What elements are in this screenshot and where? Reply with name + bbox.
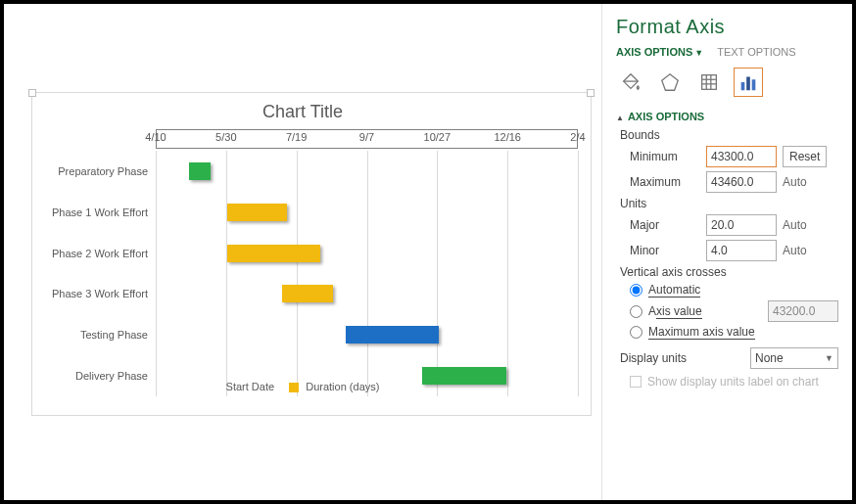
collapse-triangle-icon: ▲ <box>616 114 624 122</box>
gantt-bar[interactable] <box>282 285 333 302</box>
category-row: Phase 3 Work Effort <box>28 274 578 315</box>
category-label: Phase 3 Work Effort <box>28 288 156 299</box>
panel-tabs: AXIS OPTIONS▼ TEXT OPTIONS <box>616 46 838 58</box>
axis-tick: 5/30 <box>215 131 236 143</box>
chart-title[interactable]: Chart Title <box>4 102 601 122</box>
vertical-axis-crosses-label: Vertical axis crosses <box>620 265 838 279</box>
axis-tick: 12/16 <box>494 131 521 143</box>
show-units-label-checkbox: Show display units label on chart <box>630 375 838 389</box>
major-input[interactable] <box>706 214 777 236</box>
svg-rect-7 <box>746 77 750 91</box>
category-label: Testing Phase <box>28 329 156 341</box>
legend-duration-label: Duration (days) <box>306 381 379 392</box>
minimum-label: Minimum <box>630 150 700 163</box>
bounds-label: Bounds <box>620 128 838 142</box>
minor-label: Minor <box>630 244 700 257</box>
radio-axis-value[interactable]: Axis value43200.0 <box>630 300 838 322</box>
size-properties-icon[interactable] <box>694 68 724 97</box>
category-label: Phase 1 Work Effort <box>28 206 156 218</box>
combo-arrow-icon: ▼ <box>825 353 833 363</box>
axis-tick: 2/4 <box>570 131 585 143</box>
category-label: Preparatory Phase <box>28 165 156 177</box>
checkbox-icon <box>630 376 642 388</box>
radio-automatic[interactable]: Automatic <box>630 283 838 298</box>
radio-max-axis-value[interactable]: Maximum axis value <box>630 325 838 340</box>
panel-iconbar <box>616 68 838 97</box>
maximum-auto-label: Auto <box>783 175 818 189</box>
chart-legend[interactable]: Start Date Duration (days) <box>4 381 601 392</box>
svg-rect-1 <box>702 75 717 90</box>
axis-tick: 7/19 <box>286 131 307 143</box>
panel-title: Format Axis <box>616 16 838 38</box>
maximum-input[interactable] <box>706 171 777 193</box>
display-units-combo[interactable]: None▼ <box>750 347 838 369</box>
axis-options-icon[interactable] <box>734 68 763 97</box>
minor-auto-label: Auto <box>783 244 818 257</box>
minor-input[interactable] <box>706 240 777 261</box>
reset-button[interactable]: Reset <box>783 146 827 167</box>
axis-tick-labels: 4/105/307/199/710/2712/162/4 <box>156 131 578 149</box>
gantt-bar[interactable] <box>346 326 439 344</box>
minimum-input[interactable] <box>706 146 777 167</box>
gantt-bar[interactable] <box>189 162 211 180</box>
section-axis-options[interactable]: ▲AXIS OPTIONS <box>616 111 838 122</box>
units-label: Units <box>620 197 838 210</box>
major-label: Major <box>630 218 700 232</box>
category-row: Phase 1 Work Effort <box>28 192 578 233</box>
tab-axis-options[interactable]: AXIS OPTIONS▼ <box>616 46 703 58</box>
legend-swatch-icon <box>289 383 299 392</box>
maximum-label: Maximum <box>630 175 700 189</box>
svg-marker-0 <box>662 74 679 91</box>
fill-icon[interactable] <box>616 68 645 97</box>
category-row: Testing Phase <box>28 314 578 355</box>
category-label: Phase 2 Work Effort <box>28 248 156 259</box>
major-auto-label: Auto <box>783 218 818 232</box>
format-axis-panel: Format Axis AXIS OPTIONS▼ TEXT OPTIONS ▲… <box>601 4 852 500</box>
gantt-bar[interactable] <box>227 204 286 221</box>
tab-text-options[interactable]: TEXT OPTIONS <box>717 46 795 58</box>
axis-value-display: 43200.0 <box>768 300 838 322</box>
dropdown-caret-icon: ▼ <box>694 48 703 58</box>
category-row: Preparatory Phase <box>28 151 578 192</box>
gridline <box>578 151 579 396</box>
legend-startdate-label: Start Date <box>226 381 275 392</box>
plot-area: Preparatory PhasePhase 1 Work EffortPhas… <box>156 151 578 396</box>
axis-tick: 10/27 <box>424 131 452 143</box>
category-row: Phase 2 Work Effort <box>28 233 578 274</box>
axis-tick: 9/7 <box>359 131 374 143</box>
axis-tick: 4/10 <box>145 131 166 143</box>
chart-pane: Chart Title 4/105/307/199/710/2712/162/4… <box>4 4 601 500</box>
app-frame: Chart Title 4/105/307/199/710/2712/162/4… <box>0 0 856 504</box>
gantt-bar[interactable] <box>227 245 320 262</box>
effects-icon[interactable] <box>655 68 685 97</box>
svg-rect-6 <box>741 82 745 90</box>
display-units-label: Display units <box>620 351 687 365</box>
svg-rect-8 <box>752 79 756 90</box>
